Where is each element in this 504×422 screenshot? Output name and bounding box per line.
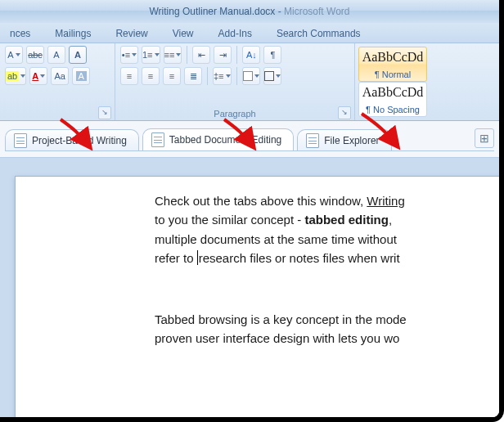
paragraph-group-label: Paragraph ↘ bbox=[120, 109, 349, 119]
document-icon bbox=[151, 132, 164, 147]
doc-tab-file-explorer[interactable]: File Explorer bbox=[297, 129, 391, 150]
font-dialog-launcher[interactable]: ↘ bbox=[98, 106, 111, 119]
text-cursor bbox=[197, 250, 198, 265]
char-shading-button[interactable]: A bbox=[72, 67, 90, 85]
line-spacing-button[interactable]: ‡≡ bbox=[213, 67, 232, 85]
document-title: Writing Outliner Manual.docx bbox=[150, 6, 276, 17]
doc-tab-label: Tabbed Document Editing bbox=[169, 134, 281, 146]
align-left-button[interactable]: ≡ bbox=[120, 67, 138, 85]
ribbon-group-styles: AaBbCcDd ¶Normal AaBbCcDd ¶No Spacing bbox=[355, 43, 499, 120]
ribbon-tab-addins[interactable]: Add-Ins bbox=[214, 25, 257, 43]
ribbon-tab-references[interactable]: nces bbox=[5, 25, 35, 43]
clear-format-button[interactable]: A bbox=[47, 46, 65, 64]
decrease-indent-button[interactable]: ⇤ bbox=[192, 46, 210, 64]
ribbon-group-paragraph: •≡ 1≡ ≡≡ ⇤ ⇥ A↓ ¶ ≡ ≡ ≡ ≣ ‡≡ bbox=[115, 43, 355, 120]
doc-tabbar-wrap: Project-Based Writing Tabbed Document Ed… bbox=[0, 121, 499, 158]
ribbon-tab-mailings[interactable]: Mailings bbox=[50, 25, 96, 43]
align-center-button[interactable]: ≡ bbox=[142, 67, 160, 85]
numbering-button[interactable]: 1≡ bbox=[142, 46, 160, 64]
body-text: Check out the tabs above this window, Wr… bbox=[155, 191, 499, 348]
style-no-spacing[interactable]: AaBbCcDd ¶No Spacing bbox=[358, 82, 427, 117]
bullets-button[interactable]: •≡ bbox=[120, 46, 138, 64]
app-name: Microsoft Word bbox=[284, 6, 349, 17]
increase-indent-button[interactable]: ⇥ bbox=[214, 46, 232, 64]
multilevel-button[interactable]: ≡≡ bbox=[164, 46, 182, 64]
document-icon bbox=[306, 133, 319, 148]
doc-tab-label: File Explorer bbox=[324, 135, 379, 146]
font-color-button[interactable]: A bbox=[29, 67, 47, 85]
ribbon-tab-strip: nces Mailings Review View Add-Ins Search… bbox=[0, 23, 499, 43]
borders-button[interactable] bbox=[263, 67, 281, 85]
document-page[interactable]: Check out the tabs above this window, Wr… bbox=[15, 176, 499, 420]
highlight-button[interactable]: ab bbox=[5, 67, 26, 85]
justify-button[interactable]: ≣ bbox=[184, 67, 202, 85]
ribbon-tab-view[interactable]: View bbox=[168, 25, 199, 43]
align-right-button[interactable]: ≡ bbox=[163, 67, 181, 85]
doc-tabbar: Project-Based Writing Tabbed Document Ed… bbox=[5, 128, 494, 151]
title-bar: Writing Outliner Manual.docx - Microsoft… bbox=[0, 0, 499, 23]
ribbon-tab-search[interactable]: Search Commands bbox=[272, 25, 366, 43]
document-icon bbox=[14, 133, 27, 148]
strikethrough-button[interactable]: abc bbox=[26, 46, 44, 64]
grow-font-button[interactable]: A bbox=[5, 46, 23, 64]
paragraph-dialog-launcher[interactable]: ↘ bbox=[338, 106, 351, 119]
ribbon-tab-review[interactable]: Review bbox=[110, 25, 152, 43]
style-normal[interactable]: AaBbCcDd ¶Normal bbox=[358, 47, 427, 82]
change-case-button[interactable]: Aa bbox=[51, 67, 69, 85]
plus-icon: ⊞ bbox=[479, 132, 489, 145]
ribbon-group-font-label: ↘ bbox=[5, 109, 110, 119]
shading-button[interactable] bbox=[242, 67, 260, 85]
new-tab-button[interactable]: ⊞ bbox=[475, 128, 494, 148]
ribbon: A abc A A ab A Aa A ↘ •≡ bbox=[0, 43, 499, 121]
doc-tab-project-based-writing[interactable]: Project-Based Writing bbox=[5, 129, 139, 150]
show-marks-button[interactable]: ¶ bbox=[263, 46, 281, 64]
ribbon-group-font: A abc A A ab A Aa A ↘ bbox=[0, 43, 115, 120]
doc-tab-label: Project-Based Writing bbox=[32, 135, 127, 146]
sort-button[interactable]: A↓ bbox=[242, 46, 260, 64]
document-viewport[interactable]: Check out the tabs above this window, Wr… bbox=[0, 158, 499, 420]
char-border-button[interactable]: A bbox=[69, 46, 87, 64]
doc-tab-tabbed-document-editing[interactable]: Tabbed Document Editing bbox=[142, 128, 294, 150]
